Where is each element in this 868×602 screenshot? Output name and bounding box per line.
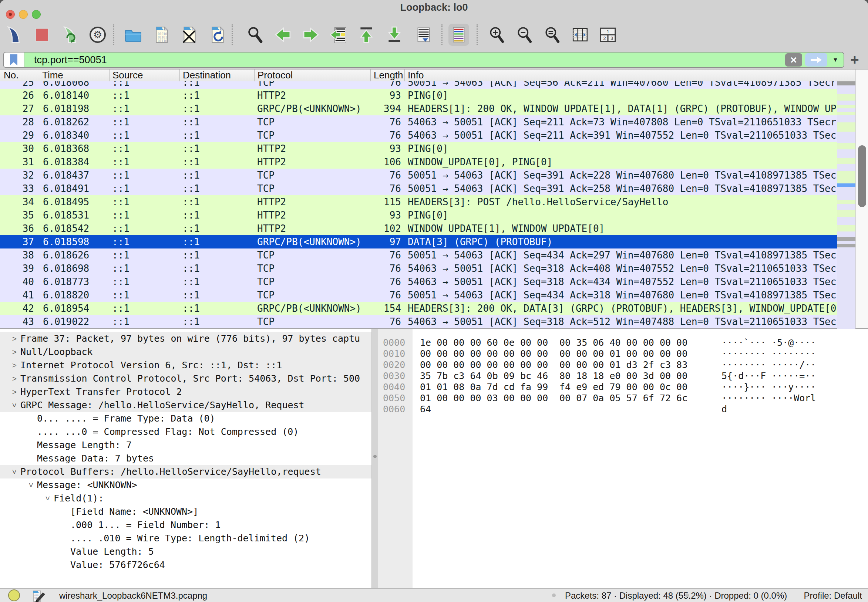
- packet-row[interactable]: 286.018262::1::1TCP7654063 → 50051 [ACK]…: [0, 115, 837, 129]
- filter-input[interactable]: tcp.port==50051: [25, 52, 785, 67]
- packet-list-minimap[interactable]: [837, 81, 856, 329]
- detail-row[interactable]: Value: 576f726c64: [0, 558, 371, 572]
- collapsed-arrow-icon[interactable]: >: [9, 359, 20, 372]
- collapsed-arrow-icon[interactable]: >: [9, 346, 20, 359]
- expanded-arrow-icon[interactable]: >: [41, 493, 54, 504]
- detail-row[interactable]: >Null/Loopback: [0, 346, 371, 359]
- packet-row[interactable]: 376.018598::1::1GRPC/PB(<UNKNOWN>)97DATA…: [0, 235, 837, 249]
- expanded-arrow-icon[interactable]: >: [8, 399, 21, 411]
- packet-row[interactable]: 436.019022::1::1TCP7654063 → 50051 [ACK]…: [0, 315, 837, 329]
- column-header-source[interactable]: Source: [109, 69, 180, 81]
- stop-capture-button[interactable]: [31, 24, 52, 46]
- detail-row[interactable]: >HyperText Transfer Protocol 2: [0, 385, 371, 399]
- detail-row[interactable]: 0... .... = Frame Type: Data (0): [0, 412, 371, 425]
- hex-bytes: 1e 00 00 00 60 0e 00 00: [420, 337, 548, 348]
- go-forward-button[interactable]: [300, 24, 321, 46]
- detail-row[interactable]: [Field Name: <UNKNOWN>]: [0, 505, 371, 518]
- go-to-bottom-button[interactable]: [384, 24, 405, 46]
- save-file-button[interactable]: 010100110101110: [151, 24, 172, 46]
- profile-selector[interactable]: Profile: Default: [804, 591, 862, 601]
- hex-row[interactable]: 004001 01 08 0a 7d cd fa 99f4 e9 ed 79 0…: [378, 382, 868, 393]
- scrollbar-thumb[interactable]: [858, 145, 866, 207]
- go-to-packet-button[interactable]: [328, 24, 349, 46]
- column-header-time[interactable]: Time: [39, 69, 109, 81]
- packet-row[interactable]: 326.018437::1::1TCP7650051 → 54063 [ACK]…: [0, 169, 837, 182]
- packet-row[interactable]: 396.018698::1::1TCP7654063 → 50051 [ACK]…: [0, 262, 837, 275]
- detail-row[interactable]: .... ...0 = Compressed Flag: Not Compres…: [0, 425, 371, 439]
- capture-comment-button[interactable]: 01010110: [32, 590, 47, 602]
- packet-list-scrollbar[interactable]: [856, 69, 868, 329]
- expanded-arrow-icon[interactable]: >: [8, 466, 21, 478]
- column-header-length[interactable]: Length: [371, 69, 405, 81]
- column-header-info[interactable]: Info: [405, 69, 856, 81]
- collapsed-arrow-icon[interactable]: >: [9, 372, 20, 385]
- zoom-in-button[interactable]: [486, 24, 507, 46]
- detail-row[interactable]: >Frame 37: Packet, 97 bytes on wire (776…: [0, 332, 371, 346]
- hex-row[interactable]: 001000 00 00 00 00 00 00 0000 00 00 01 0…: [378, 348, 868, 359]
- pane-splitter[interactable]: [371, 329, 378, 588]
- restart-capture-button[interactable]: [60, 24, 81, 46]
- detail-row[interactable]: >Internet Protocol Version 6, Src: ::1, …: [0, 359, 371, 372]
- hex-row[interactable]: 003035 7b c3 64 0b 09 bc 4680 18 18 e0 0…: [378, 370, 868, 382]
- packet-row[interactable]: 256.018068::1::1TCP7650051 → 54063 [ACK]…: [0, 81, 837, 89]
- packet-row[interactable]: 416.018820::1::1TCP7650051 → 54063 [ACK]…: [0, 289, 837, 302]
- reload-file-button[interactable]: [207, 24, 228, 46]
- start-capture-button[interactable]: [4, 24, 25, 46]
- ascii-bytes: ········: [771, 348, 816, 359]
- auto-scroll-button[interactable]: [413, 24, 434, 46]
- detail-row[interactable]: Value Length: 5: [0, 545, 371, 558]
- resize-columns-button[interactable]: [570, 24, 591, 46]
- column-header-protocol[interactable]: Protocol: [255, 69, 371, 81]
- display-filter-field[interactable]: tcp.port==50051 ✕ ▼: [3, 52, 844, 68]
- column-header-destination[interactable]: Destination: [180, 69, 255, 81]
- capture-options-button[interactable]: ⚙: [88, 24, 109, 46]
- filter-dropdown-button[interactable]: ▼: [830, 56, 840, 64]
- close-file-button[interactable]: [179, 24, 200, 46]
- collapsed-arrow-icon[interactable]: >: [9, 385, 20, 399]
- packet-row[interactable]: 346.018495::1::1HTTP2115HEADERS[3]: POST…: [0, 195, 837, 209]
- hex-row[interactable]: 002000 00 00 00 00 00 00 0000 00 00 01 d…: [378, 359, 868, 370]
- layout-panes-button[interactable]: 123: [597, 24, 618, 46]
- cell-time: 6.018491: [39, 182, 109, 195]
- filter-clear-button[interactable]: ✕: [785, 53, 802, 66]
- hex-row[interactable]: 00001e 00 00 00 60 0e 00 0000 35 06 40 0…: [378, 337, 868, 348]
- filter-add-button[interactable]: +: [844, 50, 865, 69]
- hex-row[interactable]: 005001 00 00 00 03 00 00 0000 07 0a 05 5…: [378, 393, 868, 404]
- zoom-reset-button[interactable]: [542, 24, 563, 46]
- packet-row[interactable]: 336.018491::1::1TCP7650051 → 54063 [ACK]…: [0, 182, 837, 195]
- go-to-top-button[interactable]: [356, 24, 377, 46]
- packet-row[interactable]: 276.018198::1::1GRPC/PB(<UNKNOWN>)394HEA…: [0, 102, 837, 115]
- packet-row[interactable]: 406.018773::1::1TCP7654063 → 50051 [ACK]…: [0, 275, 837, 289]
- packet-row[interactable]: 306.018368::1::1HTTP293PING[0]: [0, 142, 837, 155]
- detail-row[interactable]: >GRPC Message: /hello.HelloService/SayHe…: [0, 399, 371, 412]
- find-packet-button[interactable]: [245, 24, 266, 46]
- open-file-button[interactable]: [123, 24, 143, 46]
- zoom-out-button[interactable]: [514, 24, 535, 46]
- expanded-arrow-icon[interactable]: >: [25, 479, 38, 491]
- packet-row[interactable]: 356.018531::1::1HTTP293PING[0]: [0, 209, 837, 222]
- go-back-button[interactable]: [273, 24, 293, 46]
- detail-row[interactable]: >Message: <UNKNOWN>: [0, 479, 371, 492]
- title-bar[interactable]: Loopback: lo0: [0, 0, 868, 22]
- filter-apply-button[interactable]: [805, 53, 827, 66]
- hex-row[interactable]: 006064d: [378, 404, 868, 415]
- filter-bookmark-button[interactable]: [4, 52, 25, 67]
- detail-row[interactable]: Message Length: 7: [0, 439, 371, 452]
- packet-row[interactable]: 316.018384::1::1HTTP2106WINDOW_UPDATE[0]…: [0, 155, 837, 169]
- detail-row[interactable]: .000 1... = Field Number: 1: [0, 518, 371, 532]
- expert-info-button[interactable]: [8, 590, 20, 601]
- packet-row[interactable]: 296.018340::1::1TCP7654063 → 50051 [ACK]…: [0, 129, 837, 142]
- packet-row[interactable]: 366.018542::1::1HTTP2102WINDOW_UPDATE[1]…: [0, 222, 837, 235]
- packet-row[interactable]: 426.018954::1::1GRPC/PB(<UNKNOWN>)154HEA…: [0, 302, 837, 315]
- packet-row[interactable]: 386.018626::1::1TCP7650051 → 54063 [ACK]…: [0, 249, 837, 262]
- detail-row[interactable]: >Field(1):: [0, 492, 371, 505]
- collapsed-arrow-icon[interactable]: >: [9, 332, 20, 346]
- packet-row[interactable]: 266.018140::1::1HTTP293PING[0]: [0, 89, 837, 102]
- detail-row[interactable]: >Transmission Control Protocol, Src Port…: [0, 372, 371, 385]
- svg-text:01110: 01110: [158, 39, 167, 43]
- detail-row[interactable]: .... .010 = Wire Type: Length-delimited …: [0, 532, 371, 545]
- colorize-packets-button[interactable]: [448, 24, 469, 46]
- detail-row[interactable]: >Protocol Buffers: /hello.HelloService/S…: [0, 465, 371, 479]
- column-header-no[interactable]: No.: [0, 69, 39, 81]
- detail-row[interactable]: Message Data: 7 bytes: [0, 452, 371, 465]
